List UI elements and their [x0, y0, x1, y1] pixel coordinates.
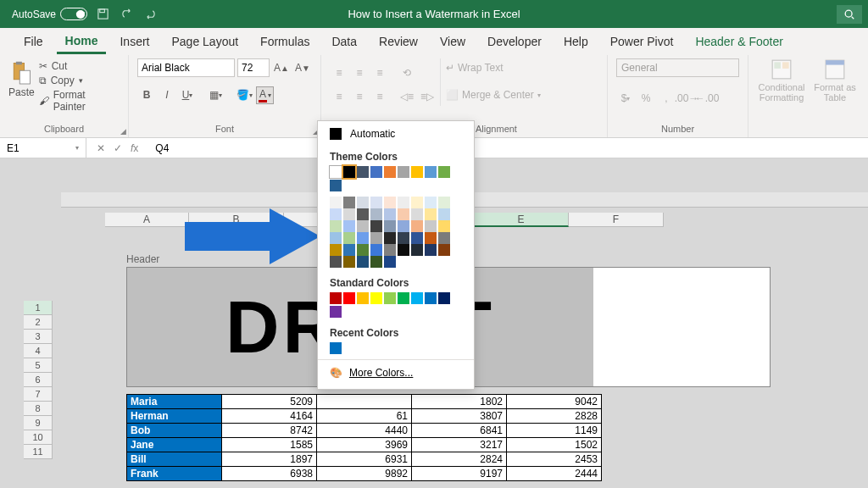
color-swatch[interactable] [357, 244, 369, 256]
color-swatch[interactable] [398, 232, 409, 244]
color-swatch[interactable] [357, 166, 369, 178]
row-header-2[interactable]: 2 [24, 315, 53, 330]
tab-page-layout[interactable]: Page Layout [163, 30, 247, 53]
color-swatch[interactable] [438, 232, 450, 244]
table-row[interactable]: Bob8742444068411149 [127, 424, 602, 438]
color-swatch[interactable] [425, 208, 437, 220]
color-swatch[interactable] [384, 292, 396, 304]
color-swatch[interactable] [343, 166, 355, 178]
tab-insert[interactable]: Insert [111, 30, 158, 53]
row-header-7[interactable]: 7 [24, 387, 53, 402]
clipboard-dialog-launcher[interactable]: ◢ [120, 127, 126, 136]
color-swatch[interactable] [330, 180, 342, 191]
copy-button[interactable]: ⧉Copy ▾ [39, 75, 120, 86]
color-swatch[interactable] [398, 166, 409, 178]
color-swatch[interactable] [398, 292, 409, 304]
color-swatch[interactable] [343, 208, 355, 220]
tab-data[interactable]: Data [323, 30, 365, 53]
color-swatch[interactable] [411, 292, 423, 304]
color-swatch[interactable] [398, 220, 409, 232]
color-swatch[interactable] [330, 256, 342, 268]
decrease-font-icon[interactable]: A▼ [293, 58, 312, 77]
autosave-toggle[interactable]: AutoSave Off [12, 8, 87, 20]
color-swatch[interactable] [411, 197, 423, 208]
color-swatch[interactable] [330, 220, 342, 232]
tab-help[interactable]: Help [555, 30, 597, 53]
color-swatch[interactable] [370, 292, 382, 304]
increase-font-icon[interactable]: A▲ [272, 58, 291, 77]
color-swatch[interactable] [425, 166, 437, 178]
tab-review[interactable]: Review [370, 30, 426, 53]
color-swatch[interactable] [343, 220, 355, 232]
color-swatch[interactable] [438, 197, 450, 208]
italic-button[interactable]: I [158, 86, 176, 104]
tab-formulas[interactable]: Formulas [252, 30, 318, 53]
fx-icon[interactable]: fx [131, 142, 138, 154]
redo-icon[interactable] [142, 6, 159, 23]
row-header-5[interactable]: 5 [24, 358, 53, 373]
tab-developer[interactable]: Developer [479, 30, 550, 53]
tab-home[interactable]: Home [57, 30, 107, 54]
color-swatch[interactable] [425, 244, 437, 256]
color-swatch[interactable] [411, 244, 423, 256]
col-header-E[interactable]: E [474, 213, 569, 227]
name-box[interactable]: E1▾ [0, 138, 86, 158]
table-row[interactable]: Bill1897693128242453 [127, 452, 602, 467]
color-swatch[interactable] [357, 208, 369, 220]
color-swatch[interactable] [343, 244, 355, 256]
col-header-A[interactable]: A [105, 213, 189, 227]
color-swatch[interactable] [425, 292, 437, 304]
color-swatch[interactable] [384, 166, 396, 178]
color-swatch[interactable] [384, 244, 396, 256]
color-swatch[interactable] [398, 197, 409, 208]
color-swatch[interactable] [370, 256, 382, 268]
table-row[interactable]: Jane1585396932171502 [127, 438, 602, 452]
formula-input[interactable]: Q4 [148, 142, 169, 154]
color-swatch[interactable] [343, 256, 355, 268]
color-swatch[interactable] [330, 232, 342, 244]
color-swatch[interactable] [330, 342, 342, 354]
color-swatch[interactable] [425, 220, 437, 232]
row-header-3[interactable]: 3 [24, 330, 53, 344]
color-swatch[interactable] [330, 166, 342, 178]
color-swatch[interactable] [357, 197, 369, 208]
color-swatch[interactable] [370, 232, 382, 244]
color-swatch[interactable] [370, 166, 382, 178]
format-painter-button[interactable]: 🖌Format Painter [39, 89, 120, 113]
data-table[interactable]: Maria520918029042Herman41646138072828Bob… [126, 394, 602, 481]
row-header-8[interactable]: 8 [24, 402, 53, 416]
row-headers[interactable]: 1234567891011 [24, 301, 53, 459]
color-swatch[interactable] [425, 197, 437, 208]
color-swatch[interactable] [357, 292, 369, 304]
color-swatch[interactable] [398, 208, 409, 220]
color-swatch[interactable] [370, 244, 382, 256]
color-swatch[interactable] [411, 166, 423, 178]
color-swatch[interactable] [438, 208, 450, 220]
color-swatch[interactable] [343, 232, 355, 244]
color-swatch[interactable] [330, 306, 342, 318]
tab-file[interactable]: File [15, 30, 52, 53]
color-swatch[interactable] [357, 220, 369, 232]
color-swatch[interactable] [411, 220, 423, 232]
color-swatch[interactable] [438, 166, 450, 178]
color-swatch[interactable] [438, 292, 450, 304]
fill-color-button[interactable]: 🪣▾ [236, 86, 254, 104]
table-row[interactable]: Herman41646138072828 [127, 409, 602, 424]
color-swatch[interactable] [343, 197, 355, 208]
color-swatch[interactable] [384, 197, 396, 208]
color-swatch[interactable] [425, 232, 437, 244]
color-swatch[interactable] [398, 244, 409, 256]
more-colors-option[interactable]: 🎨 More Colors... [318, 359, 474, 385]
color-swatch[interactable] [357, 256, 369, 268]
automatic-color-option[interactable]: Automatic [318, 121, 474, 147]
search-button[interactable] [837, 5, 862, 24]
undo-icon[interactable] [118, 6, 135, 23]
tab-power-pivot[interactable]: Power Pivot [602, 30, 682, 53]
row-header-9[interactable]: 9 [24, 416, 53, 430]
underline-button[interactable]: U ▾ [178, 86, 197, 104]
font-color-button[interactable]: A▾ [256, 86, 274, 104]
color-swatch[interactable] [384, 256, 396, 268]
color-swatch[interactable] [438, 220, 450, 232]
row-header-6[interactable]: 6 [24, 373, 53, 387]
color-swatch[interactable] [370, 208, 382, 220]
